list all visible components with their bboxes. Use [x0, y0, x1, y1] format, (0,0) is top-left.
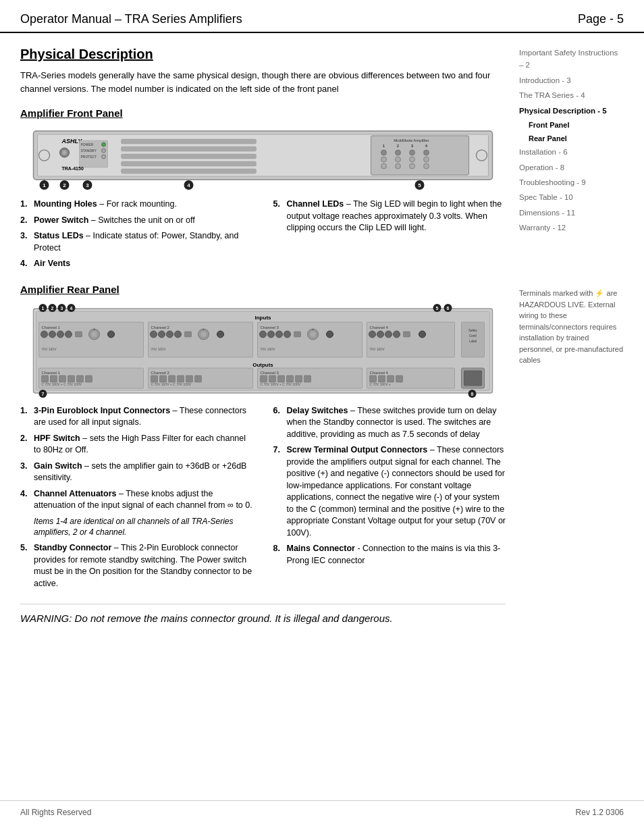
svg-point-84	[311, 332, 316, 337]
svg-rect-117	[186, 375, 193, 382]
rear-item-1: 1. 3-Pin Euroblock Input Connectors – Th…	[20, 405, 253, 429]
rear-italic-note: Items 1-4 are identical on all channels …	[34, 516, 253, 539]
sidebar-hazard-note: Terminals marked with ⚡ are HAZARDOUS LI…	[519, 288, 624, 366]
rear-item-4: 4. Channel Attenuators – These knobs adj…	[20, 488, 253, 512]
svg-text:Outputs: Outputs	[252, 362, 273, 368]
sidebar-subitem-front[interactable]: Front Panel	[519, 120, 624, 132]
svg-rect-126	[296, 375, 302, 382]
svg-text:Channel 4: Channel 4	[370, 325, 389, 330]
page-container: Operator Manual – TRA Series Amplifiers …	[0, 0, 644, 834]
rear-item-7: 7. Screw Terminal Output Connectors – Th…	[273, 444, 506, 539]
svg-point-57	[65, 331, 72, 338]
rear-items-left-cont: 5. Standby Connector – This 2-Pin Eurobl…	[20, 542, 253, 590]
svg-text:Certif: Certif	[469, 334, 477, 338]
sidebar-subitem-rear[interactable]: Rear Panel	[519, 133, 624, 145]
svg-point-28	[410, 150, 415, 155]
sidebar-item-dimensions[interactable]: Dimensions - 11	[519, 207, 624, 219]
svg-rect-105	[51, 375, 57, 382]
svg-rect-131	[370, 375, 377, 382]
svg-text:70V 100V: 70V 100V	[151, 347, 167, 351]
svg-point-74	[217, 331, 224, 338]
header-page: Page - 5	[578, 12, 624, 26]
rear-item-3: 3. Gain Switch – sets the amplifier gain…	[20, 461, 253, 484]
svg-point-86	[327, 331, 333, 338]
svg-point-6	[62, 150, 68, 155]
front-item-2: 2. Power Switch – Switches the unit on o…	[20, 215, 253, 227]
rear-items-left: 1. 3-Pin Euroblock Input Connectors – Th…	[20, 405, 253, 512]
svg-point-27	[396, 150, 401, 155]
svg-point-55	[49, 331, 56, 338]
svg-text:POWER: POWER	[81, 142, 94, 147]
sidebar-item-spec-table[interactable]: Spec Table - 10	[519, 191, 624, 203]
svg-rect-123	[269, 375, 276, 382]
svg-point-93	[394, 331, 400, 338]
svg-text:1: 1	[43, 182, 46, 188]
svg-text:2: 2	[63, 182, 66, 188]
rear-desc-right: 6. Delay Switches – These switches provi…	[273, 405, 506, 594]
svg-rect-116	[178, 375, 184, 382]
svg-text:C  70V 100V +: C 70V 100V +	[370, 382, 391, 386]
svg-rect-109	[86, 375, 92, 382]
svg-text:Channel 3: Channel 3	[261, 371, 279, 375]
svg-point-32	[410, 157, 415, 162]
svg-text:4: 4	[70, 306, 73, 311]
svg-text:C  70V 100V +   C  70V 100V: C 70V 100V + C 70V 100V	[261, 382, 301, 386]
rear-items-right: 6. Delay Switches – These switches provi…	[273, 405, 506, 567]
svg-point-72	[201, 332, 207, 337]
svg-rect-82	[294, 332, 301, 337]
front-panel-heading: Amplifier Front Panel	[20, 107, 506, 119]
svg-rect-104	[42, 375, 49, 382]
svg-text:C  70V 100V +   C  70V 100V: C 70V 100V + C 70V 100V	[151, 382, 192, 386]
rear-panel-desc: 1. 3-Pin Euroblock Input Connectors – Th…	[20, 405, 506, 594]
svg-rect-107	[68, 375, 75, 382]
sidebar-item-warranty[interactable]: Warranty - 12	[519, 221, 624, 234]
svg-rect-106	[59, 375, 66, 382]
svg-point-11	[102, 149, 106, 153]
front-panel-desc: 1. Mounting Holes – For rack mounting. 2…	[20, 199, 506, 274]
sidebar-item-safety[interactable]: Important Safety Instructions – 2	[519, 47, 624, 72]
svg-rect-133	[387, 375, 394, 382]
svg-point-30	[381, 157, 387, 162]
svg-rect-70	[185, 332, 192, 337]
svg-point-79	[268, 331, 275, 338]
svg-rect-118	[195, 375, 202, 382]
rear-item-5: 5. Standby Connector – This 2-Pin Eurobl…	[20, 542, 253, 590]
content-area: Physical Description TRA-Series models g…	[20, 47, 506, 632]
svg-rect-122	[261, 375, 267, 382]
svg-rect-127	[304, 375, 311, 382]
svg-point-9	[102, 142, 106, 147]
warning-text: WARNING: Do not remove the mains connect…	[20, 611, 506, 625]
svg-point-31	[396, 157, 401, 162]
svg-text:Channel 1: Channel 1	[42, 371, 61, 375]
svg-text:8: 8	[471, 392, 474, 396]
svg-text:Label: Label	[469, 340, 477, 343]
svg-point-60	[92, 332, 97, 337]
sidebar-item-physical[interactable]: Physical Description - 5	[519, 105, 624, 117]
sidebar-item-troubleshooting[interactable]: Troubleshooting - 9	[519, 176, 624, 188]
main-layout: Physical Description TRA-Series models g…	[0, 33, 644, 646]
sidebar-item-tra-series[interactable]: The TRA Series - 4	[519, 89, 624, 101]
svg-point-54	[41, 331, 48, 338]
svg-text:4: 4	[187, 182, 190, 188]
sidebar-item-operation[interactable]: Operation - 8	[519, 161, 624, 174]
warning-section: WARNING: Do not remove the mains connect…	[20, 604, 506, 632]
front-panel-diagram: ASHLY POWER STANDBY PROTECT TRA-4150	[20, 126, 506, 193]
section-intro: TRA-Series models generally have the sam…	[20, 69, 506, 95]
svg-point-35	[396, 163, 401, 169]
front-desc-left: 1. Mounting Holes – For rack mounting. 2…	[20, 199, 253, 274]
sidebar-item-installation[interactable]: Installation - 6	[519, 146, 624, 158]
svg-text:3: 3	[86, 182, 89, 188]
svg-text:1: 1	[42, 306, 45, 311]
svg-rect-19	[122, 169, 257, 174]
svg-rect-132	[379, 375, 385, 382]
front-item-1: 1. Mounting Holes – For rack mounting.	[20, 199, 253, 211]
svg-text:Channel 2: Channel 2	[151, 325, 170, 330]
svg-point-81	[284, 331, 291, 338]
sidebar-item-intro[interactable]: Introduction - 3	[519, 74, 624, 86]
svg-text:Channel 2: Channel 2	[151, 371, 170, 375]
svg-rect-115	[169, 375, 176, 382]
rear-panel-diagram: Inputs Channel 1 70V 100V	[20, 302, 506, 400]
svg-point-80	[276, 331, 283, 338]
svg-point-56	[57, 331, 64, 338]
svg-text:Channel 4: Channel 4	[370, 371, 389, 375]
